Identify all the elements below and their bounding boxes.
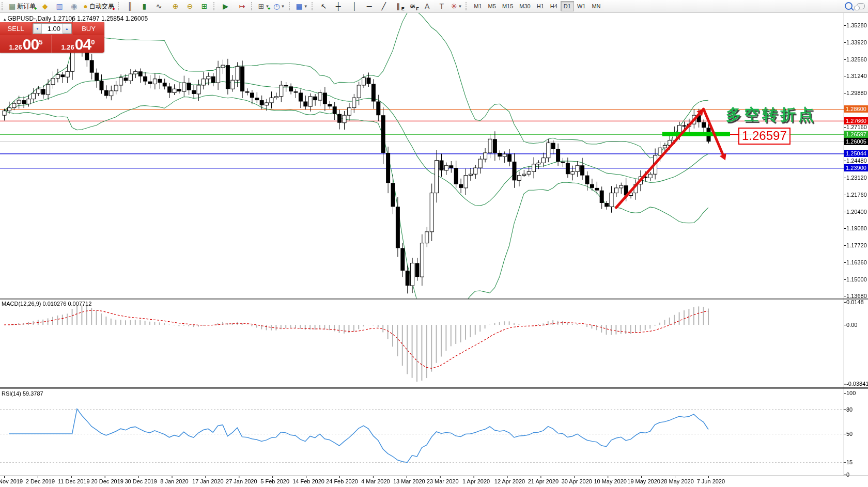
equidistant-channel-overlay-icon: E bbox=[401, 7, 405, 11]
timeframe-h1-button[interactable]: H1 bbox=[534, 1, 547, 11]
text-button[interactable]: A bbox=[421, 1, 434, 12]
timeframe-m15-button[interactable]: M15 bbox=[499, 1, 516, 11]
chart-style-button[interactable]: ▦▼ bbox=[295, 1, 309, 12]
date-axis-tick: 30 Dec 2019 bbox=[122, 478, 160, 484]
new-order-button[interactable]: ▤+新订单 bbox=[7, 1, 37, 12]
auto-scroll-button[interactable]: ▶ bbox=[219, 1, 233, 12]
chart-title-text: GBPUSD-,Daily 1.27106 1.27497 1.25854 1.… bbox=[8, 15, 148, 22]
date-axis-tick: 20 Dec 2019 bbox=[89, 478, 126, 484]
arrows-button[interactable]: ✳▼ bbox=[450, 1, 464, 12]
timeframe-h4-button[interactable]: H4 bbox=[547, 1, 561, 11]
autotrading-button[interactable]: ●●自动交易 bbox=[82, 1, 115, 12]
support-price-label[interactable]: 1.26597 bbox=[738, 128, 791, 145]
fibonacci-button[interactable]: ≋F bbox=[406, 1, 420, 12]
rsi-axis-tick: 50 bbox=[846, 431, 853, 437]
date-axis-tick: 12 Apr 2020 bbox=[491, 478, 529, 484]
fibonacci-icon: ≋ bbox=[410, 3, 416, 10]
date-axis-tick: 2 Dec 2019 bbox=[22, 478, 59, 484]
market-watch-button[interactable]: ◆ bbox=[38, 1, 52, 12]
timeframe-m1-button[interactable]: M1 bbox=[471, 1, 485, 11]
date-axis-tick: 11 Dec 2019 bbox=[55, 478, 92, 484]
new-order-overlay-icon: + bbox=[34, 7, 37, 11]
chart-canvas[interactable] bbox=[0, 0, 868, 487]
chart-shift-button[interactable]: ↦ bbox=[236, 1, 249, 12]
price-axis-tick: 1.17720 bbox=[846, 242, 867, 248]
timeframe-mn-button[interactable]: MN bbox=[588, 1, 603, 11]
date-axis-tick: 23 Mar 2020 bbox=[424, 478, 461, 484]
chart-candles-button[interactable]: ▮ bbox=[138, 1, 151, 12]
toolbar: ▤+新订单◆▥◉●●自动交易║▮∿⊕⊖⊞▶↦⊞+▼◷▼▦▼↖┼│─╱∥E≋FAT… bbox=[0, 0, 868, 13]
chart-line-button[interactable]: ∿ bbox=[152, 1, 166, 12]
macd-indicator-label: MACD(12,26,9) 0.010276 0.007712 bbox=[2, 301, 91, 307]
sell-price[interactable]: 1.26005 bbox=[0, 35, 52, 53]
tile-windows-button[interactable]: ⊞ bbox=[198, 1, 211, 12]
timeframe-m5-button[interactable]: M5 bbox=[485, 1, 499, 11]
price-axis-tick: 1.23120 bbox=[846, 175, 867, 181]
macd-axis-tick: 0.0148 bbox=[846, 299, 864, 305]
period-presets-icon: ◷ bbox=[273, 3, 280, 10]
volume-stepper: ▼ 1.00 ▲ bbox=[33, 23, 72, 34]
trendline-button[interactable]: ╱ bbox=[377, 1, 391, 12]
chat-icon[interactable] bbox=[857, 3, 865, 9]
date-axis-tick: 14 Feb 2020 bbox=[290, 478, 327, 484]
toolbar-grip bbox=[466, 2, 469, 10]
strategy-navigator-button[interactable]: ◉ bbox=[67, 1, 81, 12]
equidistant-channel-button[interactable]: ∥E bbox=[392, 1, 405, 12]
crosshair-button[interactable]: ┼ bbox=[332, 1, 345, 12]
market-watch-icon: ◆ bbox=[42, 3, 48, 10]
timeframe-w1-button[interactable]: W1 bbox=[574, 1, 589, 11]
collapse-icon[interactable]: ▴ bbox=[4, 17, 6, 22]
date-axis-tick: 24 Feb 2020 bbox=[323, 478, 361, 484]
zoom-in-button[interactable]: ⊕ bbox=[169, 1, 182, 12]
price-axis-tick: 1.32560 bbox=[846, 56, 867, 62]
timeframe-m30-button[interactable]: M30 bbox=[516, 1, 533, 11]
chart-style-caret-icon: ▼ bbox=[304, 4, 308, 9]
search-icon[interactable] bbox=[845, 2, 853, 10]
price-line-badge[interactable]: 1.25044 bbox=[844, 150, 868, 157]
rsi-axis-tick: 100 bbox=[846, 390, 856, 396]
price-axis-tick: 1.27160 bbox=[846, 124, 867, 130]
price-line-badge[interactable]: 1.23900 bbox=[844, 164, 868, 171]
chart-bars-icon: ║ bbox=[128, 3, 133, 10]
toolbar-grip bbox=[251, 2, 255, 10]
tile-windows-icon: ⊞ bbox=[202, 3, 208, 10]
arrows-icon: ✳ bbox=[451, 3, 457, 10]
date-axis-tick: 28 May 2020 bbox=[659, 478, 696, 484]
horizontal-line-button[interactable]: ─ bbox=[363, 1, 376, 12]
price-axis-tick: 1.16360 bbox=[846, 259, 867, 265]
timeframe-d1-button[interactable]: D1 bbox=[561, 1, 574, 11]
price-axis-tick: 1.15000 bbox=[846, 276, 867, 282]
toolbar-grip bbox=[289, 2, 292, 10]
buy-price-small: 1.26 bbox=[61, 43, 74, 51]
price-line-badge[interactable]: 1.28600 bbox=[844, 105, 868, 113]
toolbar-grip bbox=[118, 2, 121, 10]
vertical-line-button[interactable]: │ bbox=[348, 1, 362, 12]
buy-price-sup: 0 bbox=[91, 38, 95, 46]
buy-price[interactable]: 1.26040 bbox=[52, 35, 104, 53]
sell-button[interactable]: SELL bbox=[0, 22, 32, 35]
volume-input[interactable]: 1.00 bbox=[42, 24, 63, 34]
chart-style-icon: ▦ bbox=[296, 3, 303, 10]
text-label-button[interactable]: T bbox=[435, 1, 448, 12]
price-axis-tick: 1.29880 bbox=[846, 90, 867, 96]
current-price-badge: 1.26005 bbox=[844, 138, 868, 145]
price-line-badge[interactable]: 1.26597 bbox=[844, 131, 868, 138]
fibonacci-overlay-icon: F bbox=[416, 7, 419, 11]
sell-price-sup: 5 bbox=[39, 38, 42, 46]
date-axis-tick: 17 Jan 2020 bbox=[189, 478, 226, 484]
new-chart-button[interactable]: ⊞+▼ bbox=[257, 1, 271, 12]
price-line-badge[interactable]: 1.27660 bbox=[844, 117, 868, 124]
buy-button[interactable]: BUY bbox=[73, 22, 104, 35]
volume-down-button[interactable]: ▼ bbox=[33, 24, 42, 34]
sell-price-small: 1.26 bbox=[9, 43, 22, 51]
data-window-button[interactable]: ▥ bbox=[53, 1, 66, 12]
rsi-axis-tick: 0 bbox=[846, 472, 849, 478]
chart-bars-button[interactable]: ║ bbox=[123, 1, 137, 12]
cursor-button[interactable]: ↖ bbox=[317, 1, 331, 12]
volume-up-button[interactable]: ▲ bbox=[63, 24, 71, 34]
rsi-axis-tick: 15 bbox=[846, 459, 853, 465]
annotation-text[interactable]: 多空转折点 bbox=[726, 104, 816, 125]
zoom-out-button[interactable]: ⊖ bbox=[183, 1, 197, 12]
period-presets-button[interactable]: ◷▼ bbox=[272, 1, 286, 12]
arrows-caret-icon: ▼ bbox=[458, 4, 462, 9]
